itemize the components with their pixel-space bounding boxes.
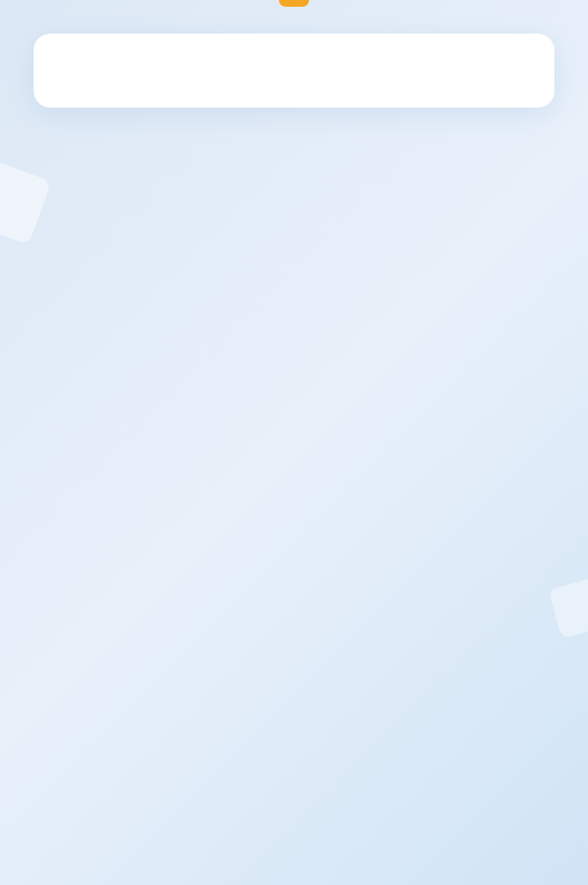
bg-shape-left bbox=[0, 159, 51, 245]
main-card bbox=[34, 34, 554, 108]
bg-shape-right bbox=[549, 577, 588, 638]
top-badge bbox=[279, 0, 309, 7]
